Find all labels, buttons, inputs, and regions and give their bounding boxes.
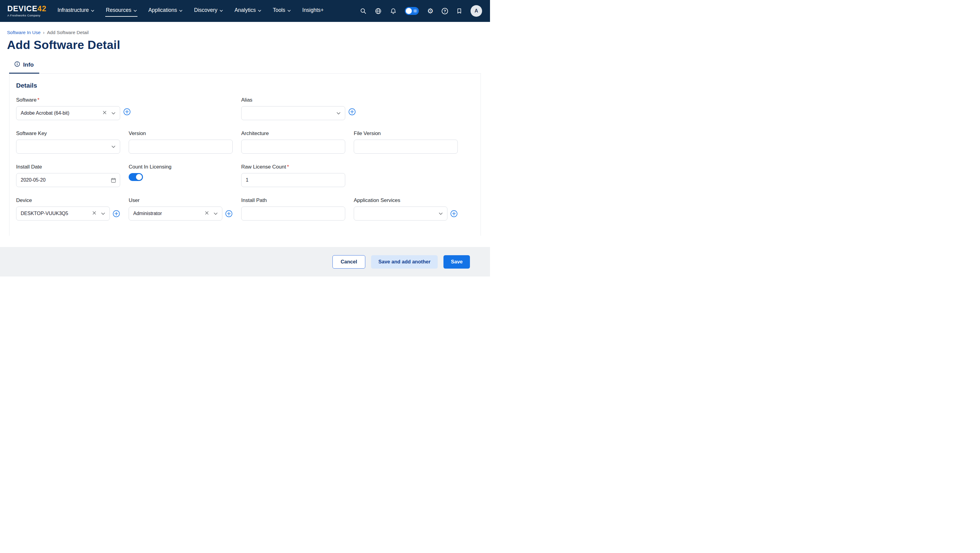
nav-label: Applications: [148, 7, 177, 13]
tab-info-label: Info: [23, 61, 34, 68]
alias-select[interactable]: [241, 106, 345, 120]
install-date-input[interactable]: [16, 173, 120, 187]
application-services-select[interactable]: [354, 207, 447, 220]
device-select[interactable]: DESKTOP-VUUK3Q5: [16, 207, 110, 220]
field-install-date: Install Date: [16, 164, 120, 187]
field-label: Version: [129, 131, 233, 137]
clear-x-icon[interactable]: [102, 110, 107, 116]
nav-item-discovery[interactable]: Discovery: [193, 5, 224, 17]
field-software-key: Software Key: [16, 131, 120, 154]
software-select[interactable]: Adobe Acrobat (64-bit): [16, 106, 120, 120]
chevron-down-icon: [258, 7, 261, 13]
file-version-input[interactable]: [354, 140, 458, 154]
user-value: Administrator: [133, 211, 204, 216]
help-icon[interactable]: ?: [442, 8, 448, 14]
spacer: [354, 97, 458, 120]
form-row-1: Software* Adobe Acrobat (64-bit) Alias: [16, 97, 474, 120]
search-icon[interactable]: [360, 8, 366, 14]
field-raw-license-count: Raw License Count*: [241, 164, 345, 187]
field-label: Device: [16, 198, 120, 204]
nav-item-resources[interactable]: Resources: [105, 5, 137, 17]
nav-label: Analytics: [234, 7, 256, 13]
chevron-down-icon[interactable]: [111, 144, 116, 149]
device-value: DESKTOP-VUUK3Q5: [21, 211, 92, 216]
nav-label: Resources: [106, 7, 131, 13]
form-row-3: Install Date Count In Licensing Raw Lice…: [16, 164, 474, 187]
chevron-down-icon: [220, 7, 223, 13]
device42-logo[interactable]: DEVICE42 A Freshworks Company: [7, 5, 46, 17]
spacer: [129, 97, 233, 120]
page-title: Add Software Detail: [7, 38, 490, 52]
theme-toggle[interactable]: [405, 7, 419, 15]
field-count-in-licensing: Count In Licensing: [129, 164, 233, 187]
section-title: Details: [16, 82, 474, 89]
nav-label: Infrastructure: [57, 7, 89, 13]
architecture-input[interactable]: [241, 140, 345, 154]
user-select[interactable]: Administrator: [129, 207, 222, 220]
chevron-down-icon[interactable]: [336, 110, 340, 116]
add-application-service-button[interactable]: [450, 210, 458, 217]
nav-item-infrastructure[interactable]: Infrastructure: [57, 5, 95, 17]
software-value: Adobe Acrobat (64-bit): [21, 110, 102, 116]
user-avatar[interactable]: A: [471, 5, 482, 17]
field-label: Software Key: [16, 131, 120, 137]
save-and-add-another-button[interactable]: Save and add another: [371, 255, 438, 269]
add-user-button[interactable]: [225, 210, 233, 217]
install-path-input[interactable]: [241, 207, 345, 220]
toggle-knob: [136, 174, 142, 180]
breadcrumb-current: Add Software Detail: [47, 30, 89, 35]
chevron-down-icon[interactable]: [439, 211, 443, 216]
nav-item-analytics[interactable]: Analytics: [234, 5, 262, 17]
cancel-button[interactable]: Cancel: [332, 255, 365, 269]
field-alias: Alias: [241, 97, 345, 120]
logo-main: DEVICE: [7, 4, 37, 13]
breadcrumb-link-software-in-use[interactable]: Software In Use: [7, 30, 40, 35]
field-label: Application Services: [354, 198, 458, 204]
spacer: [354, 164, 458, 187]
notifications-bell-icon[interactable]: [390, 8, 397, 14]
save-button[interactable]: Save: [444, 255, 470, 269]
chevron-down-icon: [179, 7, 183, 13]
field-user: User Administrator: [129, 198, 233, 220]
breadcrumb-separator: ›: [43, 30, 45, 35]
nav-item-applications[interactable]: Applications: [148, 5, 183, 17]
required-marker: *: [287, 164, 289, 170]
chevron-down-icon[interactable]: [111, 110, 116, 116]
field-software: Software* Adobe Acrobat (64-bit): [16, 97, 120, 120]
field-file-version: File Version: [354, 131, 458, 154]
count-in-licensing-toggle[interactable]: [129, 173, 143, 181]
field-label: Alias: [241, 97, 345, 103]
globe-icon[interactable]: [375, 8, 382, 14]
logo-text: DEVICE42: [7, 5, 46, 13]
chevron-down-icon[interactable]: [101, 211, 105, 216]
main-nav: Infrastructure Resources Applications Di…: [57, 5, 324, 17]
tab-info[interactable]: Info: [9, 61, 39, 73]
field-label: User: [129, 198, 233, 204]
chevron-down-icon: [288, 7, 291, 13]
add-device-button[interactable]: [113, 210, 120, 217]
footer-action-bar: Cancel Save and add another Save: [0, 247, 490, 276]
form-row-4: Device DESKTOP-VUUK3Q5 User: [16, 198, 474, 220]
clear-x-icon[interactable]: [204, 210, 209, 217]
version-input[interactable]: [129, 140, 233, 154]
field-install-path: Install Path: [241, 198, 345, 220]
bookmark-icon[interactable]: [456, 8, 462, 14]
settings-gear-icon[interactable]: ⚙: [427, 8, 433, 14]
chevron-down-icon[interactable]: [213, 211, 218, 216]
logo-subtitle: A Freshworks Company: [7, 14, 46, 17]
software-key-select[interactable]: [16, 140, 120, 154]
nav-item-tools[interactable]: Tools: [272, 5, 291, 17]
tab-bar: Info: [9, 61, 481, 73]
logo-accent: 42: [37, 4, 46, 13]
nav-label: Tools: [273, 7, 285, 13]
clear-x-icon[interactable]: [92, 210, 97, 217]
required-marker: *: [37, 97, 40, 103]
nav-item-insights[interactable]: Insights+: [302, 5, 325, 17]
nav-label: Discovery: [194, 7, 218, 13]
field-application-services: Application Services: [354, 198, 458, 220]
field-device: Device DESKTOP-VUUK3Q5: [16, 198, 120, 220]
field-label: Raw License Count*: [241, 164, 345, 170]
raw-license-count-input[interactable]: [241, 173, 345, 187]
field-label: Install Path: [241, 198, 345, 204]
field-label: Architecture: [241, 131, 345, 137]
